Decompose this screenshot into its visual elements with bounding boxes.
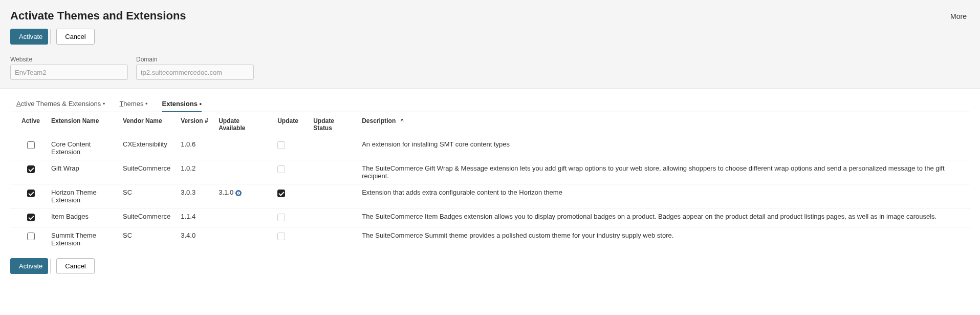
col-header-version[interactable]: Version # <box>176 113 213 136</box>
vendor-cell: CXExtensibility <box>118 136 176 160</box>
update-checkbox <box>277 214 285 221</box>
version-cell: 1.0.6 <box>176 136 213 160</box>
domain-field <box>136 65 254 80</box>
update-available-icon <box>235 190 242 196</box>
tab-hotkey-letter: A <box>16 100 21 108</box>
vendor-cell: SC <box>118 184 176 208</box>
table-row: Item BadgesSuiteCommerce1.1.4The SuiteCo… <box>10 208 970 227</box>
col-header-update-status[interactable]: Update Status <box>308 113 357 136</box>
website-label: Website <box>10 56 128 63</box>
col-header-active[interactable]: Active <box>10 113 46 136</box>
tab-label: Extensions <box>162 100 198 108</box>
update-status-cell <box>308 136 357 160</box>
description-cell: The SuiteCommerce Gift Wrap & Message ex… <box>357 160 970 184</box>
update-available-cell <box>213 160 272 184</box>
active-checkbox[interactable] <box>27 190 35 197</box>
tab-active-themes-extensions[interactable]: Active Themes & Extensions • <box>16 97 105 112</box>
version-cell: 1.1.4 <box>176 208 213 227</box>
vendor-cell: SC <box>118 227 176 251</box>
table-row: Core Content ExtensionCXExtensibility1.0… <box>10 136 970 160</box>
more-link[interactable]: More <box>950 9 970 20</box>
website-field <box>10 65 128 80</box>
cancel-button[interactable]: Cancel <box>56 29 94 45</box>
col-header-vendor-name[interactable]: Vendor Name <box>118 113 176 136</box>
tab-label: ctive Themes & Extensions <box>21 100 101 108</box>
domain-label: Domain <box>136 56 254 63</box>
update-available-cell <box>213 208 272 227</box>
extension-name-cell: Item Badges <box>46 208 118 227</box>
update-available-cell <box>213 136 272 160</box>
description-cell: Extension that adds extra configurable c… <box>357 184 970 208</box>
tab-suffix: • <box>198 100 202 108</box>
update-available-cell: 3.1.0 <box>213 184 272 208</box>
description-cell: The SuiteCommerce Summit theme provides … <box>357 227 970 251</box>
tab-suffix: • <box>143 100 147 108</box>
update-checkbox <box>277 141 285 149</box>
description-cell: The SuiteCommerce Item Badges extension … <box>357 208 970 227</box>
extension-name-cell: Gift Wrap <box>46 160 118 184</box>
cancel-button-footer[interactable]: Cancel <box>56 258 94 274</box>
update-available-cell <box>213 227 272 251</box>
update-status-cell <box>308 160 357 184</box>
vendor-cell: SuiteCommerce <box>118 160 176 184</box>
vendor-cell: SuiteCommerce <box>118 208 176 227</box>
col-header-update-available[interactable]: Update Available <box>213 113 272 136</box>
active-checkbox[interactable] <box>27 141 35 149</box>
extension-name-cell: Core Content Extension <box>46 136 118 160</box>
col-header-extension-name[interactable]: Extension Name <box>46 113 118 136</box>
version-cell: 1.0.2 <box>176 160 213 184</box>
table-row: Summit Theme ExtensionSC3.4.0The SuiteCo… <box>10 227 970 251</box>
extension-name-cell: Summit Theme Extension <box>46 227 118 251</box>
version-cell: 3.0.3 <box>176 184 213 208</box>
tab-label: hemes <box>123 100 143 108</box>
active-checkbox[interactable] <box>27 165 35 173</box>
update-checkbox <box>277 165 285 173</box>
tab-suffix: • <box>101 100 105 108</box>
table-row: Horizon Theme ExtensionSC3.0.33.1.0Exten… <box>10 184 970 208</box>
version-cell: 3.4.0 <box>176 227 213 251</box>
update-status-cell <box>308 227 357 251</box>
update-checkbox[interactable] <box>277 190 285 197</box>
update-checkbox <box>277 233 285 240</box>
sort-ascending-icon: ^ <box>401 118 404 124</box>
description-cell: An extension for installing SMT core con… <box>357 136 970 160</box>
tab-themes[interactable]: Themes • <box>119 97 147 112</box>
update-status-cell <box>308 208 357 227</box>
col-header-update[interactable]: Update <box>272 113 308 136</box>
update-status-cell <box>308 184 357 208</box>
active-checkbox[interactable] <box>27 233 35 240</box>
col-header-description[interactable]: Description ^ <box>357 113 970 136</box>
col-header-description-label: Description <box>362 117 396 124</box>
tab-extensions[interactable]: Extensions • <box>162 97 202 112</box>
active-checkbox[interactable] <box>27 214 35 221</box>
extension-name-cell: Horizon Theme Extension <box>46 184 118 208</box>
activate-button[interactable]: Activate <box>10 29 48 45</box>
activate-button-footer[interactable]: Activate <box>10 258 48 274</box>
page-title: Activate Themes and Extensions <box>10 9 186 23</box>
table-row: Gift WrapSuiteCommerce1.0.2The SuiteComm… <box>10 160 970 184</box>
